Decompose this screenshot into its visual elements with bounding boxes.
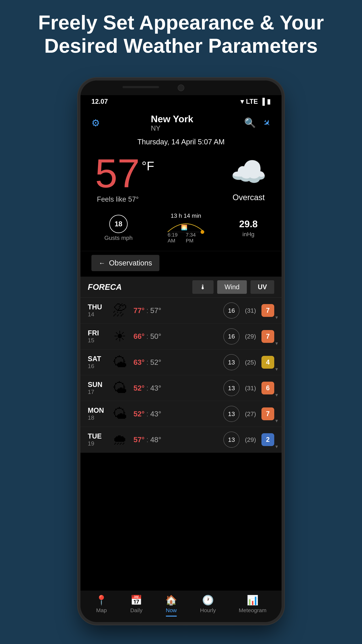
forecast-day-tue: TUE 19 bbox=[88, 432, 106, 447]
forecast-wind-circle: 13 bbox=[223, 406, 240, 422]
phone-top-notch bbox=[80, 80, 282, 95]
sunrise-times: 6:19 AM 7:34 PM bbox=[168, 232, 204, 244]
nav-icon-now: 🏠 bbox=[165, 594, 177, 606]
forecast-day-mon: MON 18 bbox=[88, 406, 106, 421]
gusts-stat: 18 Gusts mph bbox=[104, 215, 133, 241]
nav-item-daily[interactable]: 📅 Daily bbox=[130, 594, 142, 616]
forecast-row[interactable]: MON 18 🌤 52° : 43° 13 (27) 7 ▾ bbox=[80, 401, 282, 427]
gusts-circle: 18 bbox=[109, 215, 128, 233]
gusts-value: 18 bbox=[115, 220, 122, 228]
sunrise-arc: 🌅 bbox=[166, 219, 206, 234]
day-name: FRI bbox=[88, 329, 106, 337]
foreca-header: FORECA 🌡 Wind UV bbox=[80, 277, 282, 298]
thermometer-icon: 🌡 bbox=[200, 283, 206, 291]
weather-description: Overcast bbox=[233, 193, 265, 202]
phone-camera bbox=[178, 84, 184, 91]
forecast-temperatures: 66° : 50° bbox=[133, 332, 220, 340]
day-number: 14 bbox=[88, 311, 106, 318]
nav-item-hourly[interactable]: 🕐 Hourly bbox=[200, 594, 216, 616]
nav-label-now: Now bbox=[166, 607, 177, 614]
forecast-uv-badge: 7 bbox=[261, 330, 274, 343]
forecast-low: 50° bbox=[150, 332, 161, 340]
forecast-wind-value: (29) bbox=[243, 436, 258, 443]
day-number: 19 bbox=[88, 440, 106, 447]
phone-speaker bbox=[122, 86, 159, 88]
location-info: New York NY bbox=[151, 114, 193, 132]
sunrise-stat: 13 h 14 min 🌅 6:19 AM 7:34 PM bbox=[166, 212, 206, 244]
forecast-wind-value: (25) bbox=[243, 359, 258, 366]
lte-label: LTE bbox=[246, 98, 258, 106]
uv-tab-label: UV bbox=[258, 283, 267, 291]
date-row: Thursday, 14 April 5:07 AM bbox=[80, 136, 282, 150]
nav-item-map[interactable]: 📍 Map bbox=[95, 594, 107, 616]
forecast-wind-circle: 13 bbox=[223, 432, 240, 448]
wind-tab[interactable]: Wind bbox=[217, 280, 247, 294]
forecast-row[interactable]: SUN 17 🌤 52° : 43° 13 (31) 6 ▾ bbox=[80, 375, 282, 401]
forecast-row[interactable]: FRI 15 ☀ 66° : 50° 16 (29) 7 ▾ bbox=[80, 324, 282, 350]
forecast-temperatures: 52° : 43° bbox=[133, 384, 220, 392]
uv-tab[interactable]: UV bbox=[251, 280, 274, 294]
signal-icon: ▐ bbox=[260, 98, 265, 106]
nav-label-hourly: Hourly bbox=[200, 607, 216, 614]
forecast-list: THU 14 ⛈ 77° : 57° 16 (31) 7 ▾ FRI 15 ☀ … bbox=[80, 298, 282, 453]
forecast-row[interactable]: THU 14 ⛈ 77° : 57° 16 (31) 7 ▾ bbox=[80, 298, 282, 324]
forecast-uv-badge: 7 bbox=[261, 304, 274, 317]
observations-label: Observations bbox=[109, 259, 152, 267]
forecast-row[interactable]: TUE 19 🌧 57° : 48° 13 (29) 2 ▾ bbox=[80, 427, 282, 453]
nav-label-meteogram: Meteogram bbox=[239, 607, 267, 614]
nav-icon-daily: 📅 bbox=[130, 594, 142, 606]
nav-item-now[interactable]: 🏠 Now bbox=[165, 594, 177, 616]
status-bar: 12.07 ▾ LTE ▐ ▮ bbox=[80, 95, 282, 108]
forecast-wind-circle: 16 bbox=[223, 302, 240, 318]
observations-button[interactable]: ← Observations bbox=[91, 255, 159, 271]
day-name: TUE bbox=[88, 432, 106, 440]
forecast-weather-icon: 🌤 bbox=[110, 406, 130, 422]
nav-active-indicator bbox=[166, 616, 177, 616]
forecast-uv-badge: 7 bbox=[261, 408, 274, 420]
pressure-value: 29.8 bbox=[239, 218, 258, 230]
pressure-unit: inHg bbox=[242, 231, 255, 238]
current-date: Thursday, 14 April 5:07 AM bbox=[137, 138, 225, 146]
forecast-wind-circle: 16 bbox=[223, 328, 240, 344]
forecast-high: 52° bbox=[133, 410, 145, 418]
weather-condition-icon: ☁️ bbox=[230, 155, 267, 189]
status-time: 12.07 bbox=[91, 98, 108, 106]
day-name: THU bbox=[88, 303, 106, 311]
forecast-weather-icon: 🌤 bbox=[110, 354, 130, 371]
nav-icon-map: 📍 bbox=[95, 594, 107, 606]
forecast-uv-badge: 2 bbox=[261, 433, 274, 446]
forecast-weather-icon: ⛈ bbox=[110, 302, 130, 319]
forecast-temperatures: 77° : 57° bbox=[133, 306, 220, 315]
temperature-display: 57 °F bbox=[95, 153, 154, 194]
day-name: SUN bbox=[88, 381, 106, 388]
navigation-icon[interactable]: ✈ bbox=[261, 117, 273, 129]
forecast-row[interactable]: SAT 16 🌤 63° : 52° 13 (25) 4 ▾ bbox=[80, 350, 282, 375]
wifi-icon: ▾ bbox=[240, 98, 244, 106]
day-number: 16 bbox=[88, 363, 106, 370]
search-icon[interactable]: 🔍 bbox=[244, 117, 256, 128]
settings-icon[interactable]: ⚙ bbox=[91, 118, 100, 128]
forecast-temperatures: 63° : 52° bbox=[133, 358, 220, 366]
nav-icon-hourly: 🕐 bbox=[202, 594, 214, 606]
foreca-logo: FORECA bbox=[88, 282, 122, 292]
forecast-weather-icon: 🌤 bbox=[110, 380, 130, 396]
wind-tab-label: Wind bbox=[225, 283, 240, 291]
status-icons: ▾ LTE ▐ ▮ bbox=[240, 98, 271, 106]
forecast-weather-icon: 🌧 bbox=[110, 431, 130, 448]
forecast-wind-circle: 13 bbox=[223, 354, 240, 370]
temp-left: 57 °F Feels like 57° bbox=[95, 153, 154, 203]
day-number: 17 bbox=[88, 388, 106, 395]
temperature-number: 57 bbox=[95, 153, 140, 194]
expand-chevron-icon: ▾ bbox=[275, 392, 278, 398]
nav-item-meteogram[interactable]: 📊 Meteogram bbox=[239, 594, 267, 616]
forecast-uv-badge: 6 bbox=[261, 382, 274, 394]
day-duration: 13 h 14 min bbox=[171, 212, 201, 219]
gusts-label: Gusts mph bbox=[104, 234, 133, 241]
day-name: MON bbox=[88, 406, 106, 414]
day-number: 18 bbox=[88, 414, 106, 421]
forecast-low: 43° bbox=[150, 410, 161, 418]
bottom-navigation: 📍 Map 📅 Daily 🏠 Now 🕐 Hourly 📊 Meteogram bbox=[80, 591, 282, 622]
header-line2: Desired Weather Parameters bbox=[15, 34, 347, 58]
temperature-unit: °F bbox=[142, 159, 154, 173]
temperature-tab[interactable]: 🌡 bbox=[192, 280, 214, 294]
